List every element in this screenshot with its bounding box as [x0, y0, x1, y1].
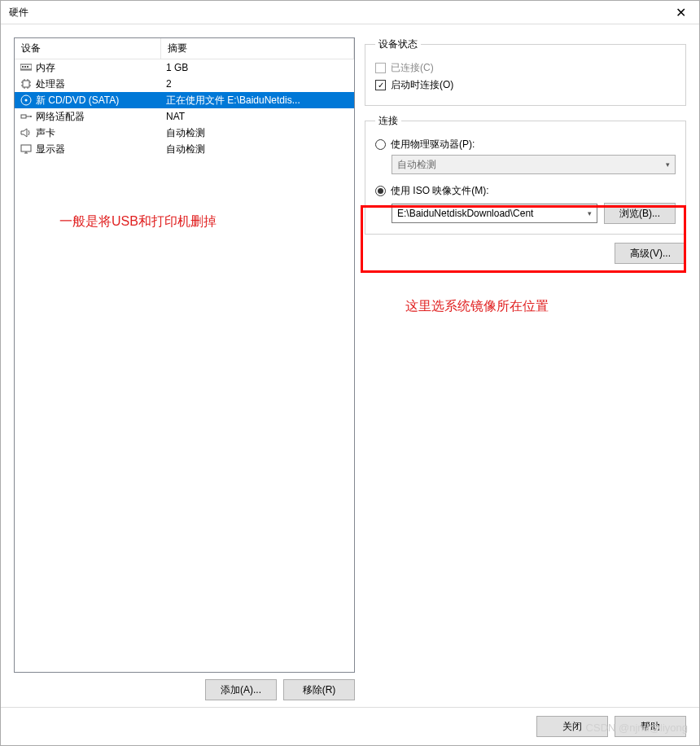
svg-point-15	[25, 99, 28, 102]
connected-label: 已连接(C)	[391, 61, 434, 75]
svg-rect-1	[22, 66, 24, 68]
annotation-text: 一般是将USB和打印机删掉	[59, 213, 217, 230]
device-status-legend: 设备状态	[375, 37, 421, 51]
connection-legend: 连接	[375, 114, 401, 128]
connection-group: 连接 使用物理驱动器(P): 自动检测 ▾ 使用 ISO 映像文件(M):	[365, 114, 686, 235]
connect-start-label: 启动时连接(O)	[391, 78, 453, 92]
list-item[interactable]: 网络适配器 NAT	[15, 108, 354, 125]
device-summary: NAT	[161, 110, 354, 123]
device-name: 网络适配器	[36, 110, 85, 124]
remove-button[interactable]: 移除(R)	[283, 679, 355, 700]
device-list[interactable]: 设备 摘要 内存 1 GB 处理器 2 新 CD/DVD (SATA) 正在使用…	[14, 37, 355, 673]
cpu-icon	[20, 77, 33, 90]
svg-marker-19	[21, 129, 27, 137]
display-icon	[20, 143, 33, 156]
window-title: 硬件	[9, 6, 671, 20]
list-item[interactable]: 内存 1 GB	[15, 59, 354, 76]
svg-rect-20	[21, 145, 31, 151]
disc-icon	[20, 94, 33, 107]
physical-drive-radio[interactable]	[375, 139, 386, 150]
device-name: 处理器	[36, 77, 65, 91]
svg-rect-2	[24, 66, 26, 68]
svg-rect-16	[21, 115, 26, 118]
device-name: 显示器	[36, 143, 65, 156]
device-name: 内存	[36, 61, 55, 75]
dialog-footer: 关闭 帮助	[1, 707, 699, 745]
browse-button[interactable]: 浏览(B)...	[604, 203, 676, 224]
iso-file-label: 使用 ISO 映像文件(M):	[391, 184, 489, 198]
physical-drive-label: 使用物理驱动器(P):	[391, 138, 475, 151]
svg-rect-3	[27, 66, 28, 68]
device-name: 新 CD/DVD (SATA)	[36, 94, 119, 108]
svg-rect-5	[23, 81, 29, 87]
title-bar: 硬件 ✕	[1, 1, 699, 24]
connected-checkbox	[375, 63, 386, 73]
advanced-button[interactable]: 高级(V)...	[615, 243, 686, 264]
device-summary: 正在使用文件 E:\BaiduNetdis...	[161, 93, 354, 108]
list-item[interactable]: 新 CD/DVD (SATA) 正在使用文件 E:\BaiduNetdis...	[15, 92, 354, 108]
svg-point-18	[30, 116, 32, 117]
device-status-group: 设备状态 已连接(C) ✓ 启动时连接(O)	[365, 37, 686, 106]
device-summary: 自动检测	[161, 125, 354, 141]
device-summary: 自动检测	[161, 142, 354, 157]
memory-icon	[20, 61, 33, 74]
list-item[interactable]: 处理器 2	[15, 76, 354, 92]
chevron-down-icon[interactable]: ▾	[588, 209, 592, 217]
close-icon[interactable]: ✕	[671, 5, 691, 20]
device-summary: 2	[161, 77, 354, 90]
connect-start-checkbox[interactable]: ✓	[375, 80, 386, 90]
list-item[interactable]: 声卡 自动检测	[15, 125, 354, 141]
sound-icon	[20, 126, 33, 139]
list-header: 设备 摘要	[15, 38, 354, 59]
device-name: 声卡	[36, 126, 55, 140]
physical-drive-combo: 自动检测 ▾	[392, 155, 676, 174]
col-summary[interactable]: 摘要	[161, 38, 354, 59]
close-button[interactable]: 关闭	[536, 716, 608, 737]
add-button[interactable]: 添加(A)...	[205, 679, 277, 700]
list-item[interactable]: 显示器 自动检测	[15, 141, 354, 157]
network-icon	[20, 110, 33, 123]
col-device[interactable]: 设备	[15, 38, 161, 59]
chevron-down-icon: ▾	[666, 160, 670, 169]
device-summary: 1 GB	[161, 61, 354, 74]
iso-file-radio[interactable]	[375, 186, 386, 196]
iso-path-combo[interactable]: E:\BaiduNetdiskDownload\Cent ▾	[392, 204, 597, 223]
help-button[interactable]: 帮助	[615, 716, 686, 737]
